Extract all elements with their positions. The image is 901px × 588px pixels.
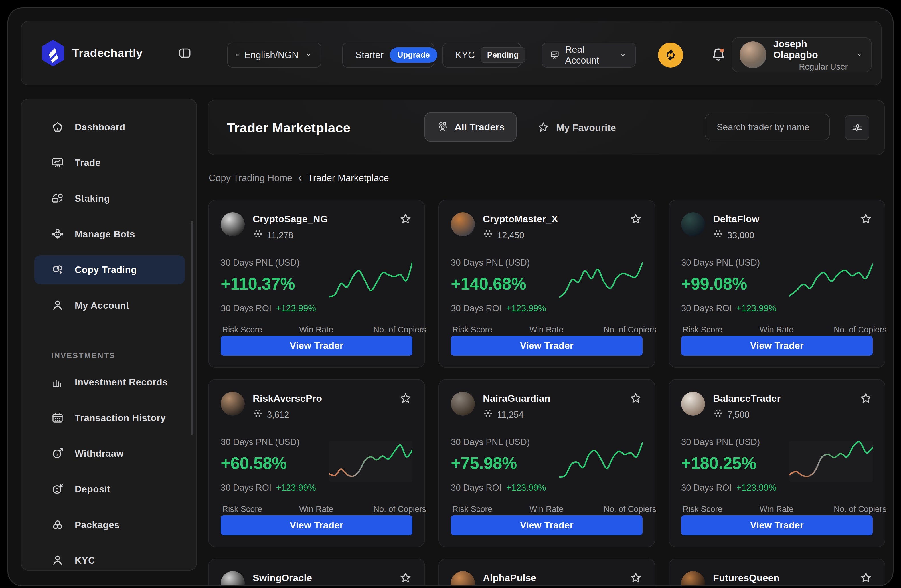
bots-icon	[51, 228, 64, 241]
trader-name: SwingOracle	[253, 572, 312, 583]
roi-label: 30 Days ROI	[221, 303, 271, 313]
sidebar-item-staking[interactable]: Staking	[22, 181, 196, 216]
roi-label: 30 Days ROI	[451, 303, 501, 313]
favourite-star-button[interactable]	[399, 392, 412, 406]
roi-value: +123.99%	[506, 483, 546, 493]
view-trader-button[interactable]: View Trader	[221, 336, 412, 356]
person-icon	[51, 554, 64, 568]
home-icon	[51, 120, 64, 134]
upgrade-button[interactable]: Upgrade	[390, 47, 437, 63]
search-input[interactable]	[716, 122, 837, 133]
breadcrumb-current: Trader Marketplace	[308, 173, 389, 184]
roi-label: 30 Days ROI	[451, 483, 501, 493]
tab-all-traders[interactable]: All Traders	[424, 112, 516, 142]
chevron-down-icon	[304, 50, 313, 60]
trader-avatar	[451, 392, 475, 416]
notifications-bell-icon[interactable]	[708, 44, 729, 66]
favourite-star-button[interactable]	[399, 571, 412, 585]
trader-avatar	[451, 212, 475, 236]
followers-count: 12,450	[497, 230, 524, 240]
sidebar-item-deposit[interactable]: $ Deposit	[22, 471, 196, 507]
pnl-label: 30 Days PNL (USD)	[221, 437, 316, 448]
sidebar-item-my-account[interactable]: My Account	[22, 288, 196, 323]
star-icon	[399, 212, 412, 226]
sidebar-toggle-icon[interactable]	[178, 46, 192, 60]
tab-my-favourite-label: My Favourite	[556, 122, 616, 133]
person-icon	[51, 299, 64, 312]
account-type-label: Real Account	[565, 44, 613, 66]
user-role: Regular User	[799, 62, 848, 72]
sidebar: Dashboard Trade Staking Manage Bots Copy…	[21, 99, 197, 571]
view-trader-button[interactable]: View Trader	[681, 515, 873, 535]
trader-card: CryptoSage_NG 11,278 30 Days PNL (USD) +…	[208, 200, 425, 368]
favourite-star-button[interactable]	[859, 212, 873, 226]
sidebar-item-label: Withdraaw	[75, 448, 124, 459]
withdraw-icon: $	[51, 447, 64, 460]
favourite-star-button[interactable]	[399, 212, 412, 226]
view-trader-button[interactable]: View Trader	[451, 336, 642, 356]
language-selector[interactable]: English/NGN	[227, 42, 321, 68]
pnl-value: +140.68%	[451, 274, 546, 293]
chevron-down-icon	[854, 50, 864, 60]
pnl-value: +75.98%	[451, 454, 546, 473]
user-avatar	[740, 41, 766, 68]
sidebar-item-label: Dashboard	[75, 122, 125, 133]
followers-count: 11,278	[267, 230, 293, 240]
pnl-sparkline	[329, 259, 412, 302]
star-icon	[629, 392, 642, 406]
app-frame: Tradechartly English/NGN Starter Upgrade…	[8, 8, 893, 586]
star-icon	[859, 571, 873, 585]
bots-icon	[51, 228, 64, 241]
sidebar-item-label: Deposit	[75, 484, 111, 495]
sidebar-item-label: Transaction History	[75, 413, 166, 423]
favourite-star-button[interactable]	[629, 392, 642, 406]
sidebar-item-manage-bots[interactable]: Manage Bots	[22, 216, 196, 252]
sidebar-item-trade[interactable]: Trade	[22, 145, 196, 181]
sidebar-item-transaction-history[interactable]: Transaction History	[22, 400, 196, 436]
roi-value: +123.99%	[276, 303, 316, 313]
followers-icon	[483, 229, 493, 242]
followers-icon	[713, 409, 723, 421]
pnl-label: 30 Days PNL (USD)	[451, 257, 546, 268]
sidebar-item-investment-records[interactable]: Investment Records	[22, 364, 196, 400]
followers-icon	[253, 409, 263, 421]
records-icon	[51, 376, 64, 389]
followers-count: 11,254	[497, 410, 524, 420]
deposit-icon: $	[51, 482, 64, 496]
sidebar-item-copy-trading[interactable]: Copy Trading	[22, 252, 196, 288]
favourite-star-button[interactable]	[859, 392, 873, 406]
sidebar-item-withdraaw[interactable]: $ Withdraaw	[22, 436, 196, 471]
sidebar-item-kyc[interactable]: KYC	[22, 543, 196, 571]
sidebar-item-label: My Account	[75, 300, 129, 311]
filter-button[interactable]	[845, 115, 869, 140]
sidebar-scrollbar[interactable]	[191, 221, 193, 435]
pnl-value: +110.37%	[221, 274, 316, 293]
favourite-star-button[interactable]	[859, 571, 873, 585]
sidebar-item-label: Packages	[75, 519, 120, 530]
tab-my-favourite[interactable]: My Favourite	[535, 100, 618, 154]
user-profile-menu[interactable]: Joseph Olapagbo Regular User	[731, 37, 872, 72]
favourite-star-button[interactable]	[629, 212, 642, 226]
favourite-star-button[interactable]	[629, 571, 642, 585]
brand-logo-icon	[40, 40, 67, 67]
trader-card: AlphaPulse	[438, 558, 655, 586]
sidebar-item-label: Manage Bots	[75, 229, 135, 240]
calendar-icon	[51, 411, 64, 425]
account-type-selector[interactable]: Real Account	[542, 42, 636, 68]
trader-card: NairaGuardian 11,254 30 Days PNL (USD) +…	[438, 379, 655, 547]
view-trader-button[interactable]: View Trader	[681, 336, 873, 356]
trade-icon	[51, 156, 64, 170]
trader-avatar	[681, 571, 705, 586]
notification-dot	[720, 48, 724, 52]
brand-name: Tradechartly	[72, 22, 143, 85]
breadcrumb-parent[interactable]: Copy Trading Home	[209, 173, 292, 184]
breadcrumb: Copy Trading Home ‹ Trader Marketplace	[209, 173, 389, 184]
refresh-button[interactable]	[658, 42, 683, 68]
sidebar-item-packages[interactable]: Packages	[22, 507, 196, 543]
view-trader-button[interactable]: View Trader	[221, 515, 412, 535]
star-icon	[537, 121, 550, 134]
sidebar-section-investments: INVESTMENTS	[22, 347, 196, 364]
sidebar-item-dashboard[interactable]: Dashboard	[22, 109, 196, 145]
view-trader-button[interactable]: View Trader	[451, 515, 642, 535]
staking-icon	[51, 192, 64, 206]
